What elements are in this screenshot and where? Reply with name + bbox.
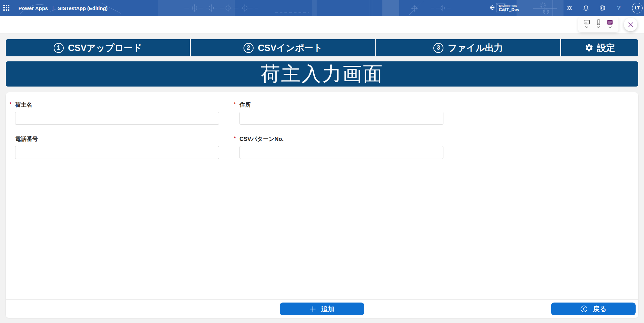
shipper-name-input[interactable] — [15, 112, 219, 125]
csv-pattern-input[interactable] — [239, 146, 443, 159]
field-label: 住所 — [239, 101, 251, 109]
required-asterisk: * — [9, 101, 11, 107]
powerapps-brand[interactable]: Power Apps — [18, 5, 48, 11]
avatar-initials: LT — [635, 6, 640, 10]
device-mobile-button[interactable] — [595, 19, 602, 28]
tab-label: CSVインポート — [258, 42, 323, 54]
add-button[interactable]: 追加 — [280, 303, 364, 315]
tab-label: ファイル出力 — [448, 42, 503, 54]
device-preview-panel — [578, 17, 619, 32]
tab-settings[interactable]: 設定 — [561, 39, 638, 56]
close-icon — [628, 22, 634, 28]
circled-number-icon: 2 — [244, 43, 254, 53]
app-launcher-icon[interactable] — [3, 5, 10, 11]
close-preview-button[interactable] — [624, 18, 637, 31]
required-asterisk: * — [234, 101, 236, 107]
notifications-bell-icon[interactable] — [583, 5, 589, 11]
chevron-down-icon — [585, 26, 588, 28]
field-phone-number: 電話番号 — [15, 135, 219, 159]
circled-number-icon: 3 — [433, 43, 443, 53]
user-avatar[interactable]: LT — [632, 3, 643, 13]
field-label: 電話番号 — [15, 135, 38, 143]
gear-icon — [585, 43, 594, 52]
screen-title-banner: 荷主入力画面 — [6, 61, 638, 87]
circled-number-icon: 1 — [54, 43, 64, 53]
app-name-label: SISTestApp (Editing) — [58, 5, 108, 11]
desktop-icon — [584, 19, 590, 25]
back-button-label: 戻る — [593, 305, 606, 314]
help-icon[interactable]: ? — [615, 5, 622, 11]
field-label: 荷主名 — [15, 101, 32, 109]
environment-picker[interactable]: Environment C&IT_Dev — [489, 0, 519, 16]
address-input[interactable] — [239, 112, 443, 125]
environment-label: Environment — [499, 4, 519, 7]
back-button[interactable]: 戻る — [551, 303, 636, 315]
tab-label: CSVアップロード — [68, 42, 142, 54]
powerapps-header: Power Apps | SISTestApp (Editing) Enviro… — [0, 0, 644, 16]
chevron-down-icon — [608, 26, 612, 28]
preview-toolbar — [0, 16, 644, 33]
field-shipper-name: * 荷主名 — [15, 101, 219, 125]
device-desktop-button[interactable] — [584, 19, 590, 28]
form-card: * 荷主名 * 住所 電話番号 * — [6, 92, 638, 318]
page-title: 荷主入力画面 — [261, 61, 383, 87]
required-asterisk: * — [234, 135, 236, 141]
environment-icon — [489, 5, 496, 11]
field-csv-pattern-no: * CSVパターンNo. — [239, 135, 443, 159]
field-address: * 住所 — [239, 101, 443, 125]
settings-gear-icon[interactable] — [599, 5, 606, 11]
form-grid: * 荷主名 * 住所 電話番号 * — [6, 92, 638, 159]
tab-bar: 1 CSVアップロード 2 CSVインポート 3 ファイル出力 設定 — [6, 39, 638, 56]
tab-csv-import[interactable]: 2 CSVインポート — [191, 39, 375, 56]
back-circle-icon — [580, 305, 588, 313]
copilot-icon[interactable] — [566, 5, 573, 11]
chevron-down-icon — [597, 26, 600, 28]
tab-file-output[interactable]: 3 ファイル出力 — [376, 39, 560, 56]
field-label: CSVパターンNo. — [239, 135, 284, 143]
plus-icon — [310, 306, 316, 312]
environment-name: C&IT_Dev — [499, 7, 519, 12]
header-divider: | — [52, 5, 54, 11]
tab-label: 設定 — [597, 42, 615, 54]
mobile-icon — [595, 19, 602, 25]
device-tablet-button-selected[interactable] — [607, 19, 613, 28]
add-button-label: 追加 — [321, 305, 335, 314]
tablet-selected-icon — [607, 19, 613, 25]
app-canvas: 1 CSVアップロード 2 CSVインポート 3 ファイル出力 設定 荷主入力画… — [0, 39, 644, 318]
help-glyph: ? — [617, 5, 621, 12]
form-footer: 追加 戻る — [6, 299, 638, 318]
phone-number-input[interactable] — [15, 146, 219, 159]
tab-csv-upload[interactable]: 1 CSVアップロード — [6, 39, 190, 56]
